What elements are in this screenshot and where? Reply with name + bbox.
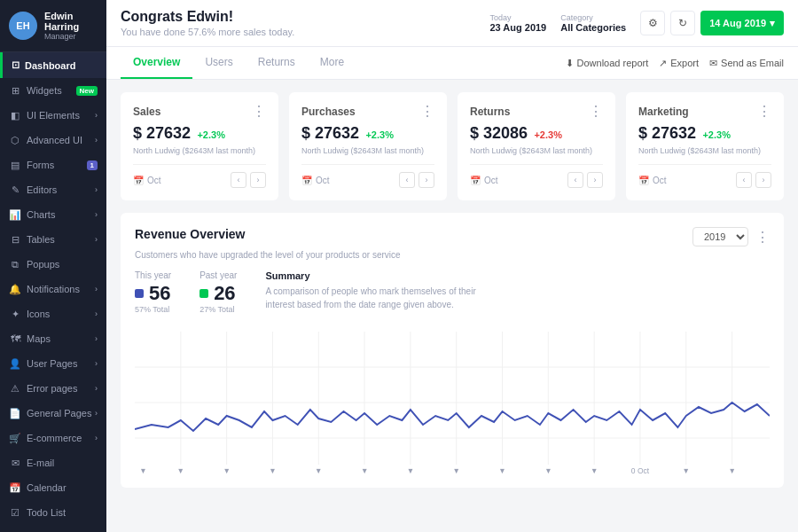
sidebar-item-user-pages[interactable]: 👤 User Pages › (0, 351, 106, 376)
svg-text:▼: ▼ (453, 466, 460, 473)
send-email-label: Send as Email (721, 58, 784, 68)
export-button[interactable]: ↗ Export (659, 58, 699, 69)
date-range-label: 14 Aug 2019 (709, 18, 766, 28)
stat-change-sales: +2.3% (197, 129, 225, 140)
sidebar-item-calendar[interactable]: 📅 Calendar (0, 475, 106, 500)
calendar-icon: 📅 (133, 176, 144, 185)
sidebar-label-general-pages: General Pages (27, 408, 91, 419)
topbar-left: Congrats Edwin! You have done 57.6% more… (121, 9, 294, 37)
tab-more[interactable]: More (308, 47, 356, 79)
sidebar-label-ui-elements: UI Elements (27, 110, 80, 121)
sidebar-item-notifications[interactable]: 🔔 Notifications › (0, 277, 106, 301)
tab-overview[interactable]: Overview (121, 47, 192, 79)
revenue-menu-icon[interactable]: ⋮ (755, 229, 770, 246)
chevron-right-icon: › (95, 185, 98, 194)
revenue-summary: Summary A comparison of people who mark … (265, 270, 496, 311)
stat-prev-returns[interactable]: ‹ (567, 172, 583, 188)
stat-prev-marketing[interactable]: ‹ (736, 172, 752, 188)
stat-period-returns: Oct (484, 176, 498, 185)
svg-text:▼: ▼ (223, 466, 230, 473)
sidebar-item-todo[interactable]: ☑ Todo List (0, 500, 106, 525)
calendar-icon: 📅 (9, 481, 21, 494)
email-icon: ✉ (9, 457, 21, 469)
stat-next-purchases[interactable]: › (419, 172, 434, 188)
sidebar-item-advanced-ui[interactable]: ⬡ Advanced UI › (0, 128, 106, 153)
svg-text:▼: ▼ (315, 466, 322, 473)
tab-returns[interactable]: Returns (246, 47, 308, 79)
refresh-button[interactable]: ↻ (670, 11, 695, 35)
revenue-subtitle: Customers who have upgraded the level of… (135, 250, 770, 260)
topbar-icons: ⚙ ↻ 14 Aug 2019 ▾ (640, 11, 784, 35)
chart-container: ▼ ▼ ▼ ▼ ▼ ▼ ▼ ▼ ▼ ▼ ▼ 0 Oct ▼ ▼ (135, 332, 770, 473)
stat-next-returns[interactable]: › (587, 172, 603, 188)
charts-icon: 📊 (9, 208, 21, 221)
stat-prev-sales[interactable]: ‹ (231, 172, 246, 188)
sidebar-item-ecommerce[interactable]: 🛒 E-commerce › (0, 426, 106, 450)
stat-title-sales: Sales (133, 106, 160, 118)
chevron-right-icon: › (95, 359, 98, 368)
sidebar-label-tables: Tables (27, 234, 55, 245)
stat-next-sales[interactable]: › (250, 172, 266, 188)
svg-text:▼: ▼ (498, 466, 505, 473)
sidebar-item-icons[interactable]: ✦ Icons › (0, 301, 106, 326)
editors-icon: ✎ (9, 184, 21, 196)
stat-card-marketing: Marketing ⋮ $ 27632 +2.3% North Ludwig (… (626, 92, 784, 200)
popups-icon: ⧉ (9, 258, 21, 270)
stat-next-marketing[interactable]: › (755, 172, 771, 188)
stat-card-purchases: Purchases ⋮ $ 27632 +2.3% North Ludwig (… (289, 92, 447, 200)
sidebar-item-tables[interactable]: ⊟ Tables › (0, 227, 106, 252)
summary-text: A comparison of people who mark themselv… (265, 285, 496, 311)
today-label: Today (489, 13, 546, 22)
stat-title-purchases: Purchases (301, 106, 356, 118)
stat-menu-marketing[interactable]: ⋮ (757, 105, 771, 119)
stat-value-returns: $ 32086 (470, 124, 528, 142)
widgets-badge: New (76, 86, 98, 96)
sidebar-item-ui-elements[interactable]: ◧ UI Elements › (0, 103, 106, 128)
sidebar-item-widgets[interactable]: ⊞ Widgets New (0, 78, 106, 103)
stat-sub-returns: North Ludwig ($2643M last month) (470, 146, 603, 155)
rev-stat-this-year: This year 56 57% Total (135, 270, 171, 314)
svg-text:▼: ▼ (683, 466, 690, 473)
sidebar-label-ecommerce: E-commerce (27, 433, 82, 443)
send-email-button[interactable]: ✉ Send as Email (709, 58, 784, 69)
sidebar-item-email[interactable]: ✉ E-mail (0, 450, 106, 475)
stat-menu-sales[interactable]: ⋮ (252, 105, 266, 119)
filter-button[interactable]: ⚙ (640, 11, 665, 35)
sidebar-item-error-pages[interactable]: ⚠ Error pages › (0, 376, 106, 401)
year-select[interactable]: 2019 2018 2017 (692, 227, 748, 246)
date-range-button[interactable]: 14 Aug 2019 ▾ (700, 11, 784, 35)
sidebar-item-dashboard[interactable]: ⊡ Dashboard (0, 52, 106, 78)
download-report-button[interactable]: ⬇ Download report (566, 58, 649, 69)
summary-title: Summary (265, 270, 496, 281)
page-title: Congrats Edwin! (121, 9, 294, 25)
sidebar-label-forms: Forms (27, 160, 54, 170)
tables-icon: ⊟ (9, 233, 21, 246)
stat-title-marketing: Marketing (638, 106, 689, 118)
sidebar-item-popups[interactable]: ⧉ Popups (0, 252, 106, 277)
stat-prev-purchases[interactable]: ‹ (399, 172, 415, 188)
notifications-icon: 🔔 (9, 283, 21, 295)
svg-text:▼: ▼ (177, 466, 184, 473)
svg-text:▼: ▼ (591, 466, 598, 473)
advanced-ui-icon: ⬡ (9, 134, 21, 146)
stat-card-returns: Returns ⋮ $ 32086 +2.3% North Ludwig ($2… (458, 92, 615, 200)
stat-menu-purchases[interactable]: ⋮ (420, 105, 434, 119)
sidebar-item-general-pages[interactable]: 📄 General Pages › (0, 401, 106, 426)
sidebar-item-maps[interactable]: 🗺 Maps › (0, 326, 106, 351)
dashboard-icon: ⊡ (12, 59, 20, 71)
maps-icon: 🗺 (9, 332, 21, 345)
tab-users[interactable]: Users (192, 47, 245, 79)
stat-sub-marketing: North Ludwig ($2643M last month) (638, 146, 771, 155)
rev-stat-past-year: Past year 26 27% Total (200, 270, 237, 314)
chevron-right-icon: › (95, 309, 98, 318)
sidebar-item-charts[interactable]: 📊 Charts › (0, 202, 106, 227)
sidebar-label-maps: Maps (27, 333, 51, 344)
sidebar-item-gallery[interactable]: 🖼 Gallery (0, 525, 106, 532)
this-year-dot (135, 289, 144, 298)
stat-menu-returns[interactable]: ⋮ (589, 105, 603, 119)
chevron-right-icon: › (95, 235, 98, 244)
sidebar-item-forms[interactable]: ▤ Forms 1 (0, 153, 106, 177)
sidebar-item-editors[interactable]: ✎ Editors › (0, 177, 106, 202)
tabs-actions: ⬇ Download report ↗ Export ✉ Send as Ema… (566, 58, 784, 69)
chevron-down-icon: ▾ (770, 18, 775, 29)
